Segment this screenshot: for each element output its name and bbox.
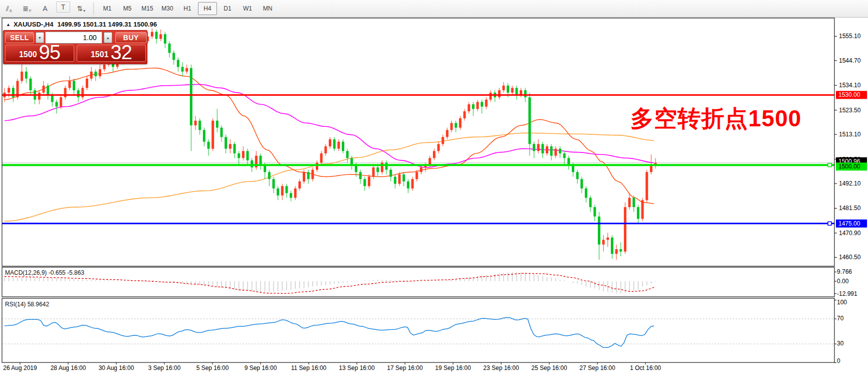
timeframe-d1[interactable]: D1 (218, 2, 237, 15)
timeframe-m1[interactable]: M1 (98, 2, 117, 15)
timeframe-mn[interactable]: MN (258, 2, 277, 15)
svg-text:30 Aug 16:00: 30 Aug 16:00 (99, 364, 134, 371)
svg-text:28 Aug 16:00: 28 Aug 16:00 (51, 364, 86, 371)
svg-text:19 Sep 16:00: 19 Sep 16:00 (435, 364, 471, 371)
object-tools: ⫽E≣FAT⇅▾ (0, 2, 90, 16)
ohlc-values: 1499.95 1501.31 1499.31 1500.96 (57, 21, 157, 28)
chart-annotation-text: 多空转折点1500 (630, 103, 801, 134)
timeframe-m15[interactable]: M15 (138, 2, 157, 15)
svg-text:1475.00: 1475.00 (838, 220, 860, 227)
svg-text:1513.10: 1513.10 (839, 131, 861, 138)
svg-text:-12.991: -12.991 (837, 290, 857, 297)
svg-text:1534.10: 1534.10 (839, 82, 861, 89)
equidistant-channel-icon[interactable]: ⫽E (1, 2, 18, 16)
rsi-label: RSI(14) 58.9642 (5, 301, 49, 308)
svg-text:5 Sep 16:00: 5 Sep 16:00 (196, 364, 229, 371)
bid-price-small: 1500 (19, 50, 37, 59)
svg-text:13 Sep 16:00: 13 Sep 16:00 (339, 364, 375, 371)
svg-text:1523.50: 1523.50 (839, 107, 861, 114)
svg-text:1492.10: 1492.10 (839, 180, 861, 187)
svg-text:9 Sep 16:00: 9 Sep 16:00 (245, 364, 277, 371)
timeframe-w1[interactable]: W1 (238, 2, 257, 15)
timeframe-m5[interactable]: M5 (118, 2, 137, 15)
svg-text:1500.00: 1500.00 (838, 163, 860, 170)
trade-prices-row: 1500 95 1501 32 (4, 44, 147, 63)
chevron-up-icon: ▲ (106, 36, 110, 40)
ask-price-big: 32 (111, 44, 132, 61)
svg-text:1555.10: 1555.10 (839, 33, 861, 40)
svg-text:0: 0 (837, 357, 840, 364)
svg-text:26 Aug 2019: 26 Aug 2019 (3, 364, 37, 371)
svg-text:3 Sep 16:00: 3 Sep 16:00 (148, 364, 181, 371)
chevron-down-icon: ▼ (38, 36, 42, 40)
svg-text:1544.70: 1544.70 (839, 57, 861, 64)
svg-text:0.00: 0.00 (837, 278, 849, 285)
symbol-title: XAUUSD-,H4 (14, 21, 53, 28)
macd-label: MACD(12,26,9) -0.655 -5.863 (5, 269, 84, 276)
sell-button[interactable]: SELL (5, 32, 34, 43)
svg-text:30: 30 (837, 340, 844, 347)
arrows-icon[interactable]: ⇅▾ (73, 2, 90, 16)
timeframe-h4[interactable]: H4 (198, 2, 217, 15)
svg-text:9.766: 9.766 (837, 268, 852, 275)
toolbar: ⫽E≣FAT⇅▾ M1M5M15M30H1H4D1W1MN (0, 0, 868, 18)
bid-price-big: 95 (39, 44, 61, 61)
toolbar-separator (93, 3, 94, 15)
text-icon[interactable]: A (37, 2, 54, 16)
svg-text:27 Sep 16:00: 27 Sep 16:00 (579, 364, 615, 371)
svg-text:1470.90: 1470.90 (839, 230, 861, 237)
svg-text:100: 100 (837, 299, 847, 306)
svg-text:23 Sep 16:00: 23 Sep 16:00 (483, 364, 519, 371)
svg-text:11 Sep 16:00: 11 Sep 16:00 (291, 364, 327, 371)
ask-price-small: 1501 (91, 50, 109, 59)
svg-text:1481.50: 1481.50 (839, 205, 861, 212)
one-click-trading-panel: SELL ▼ ▲ BUY 1500 95 1501 32 (3, 30, 147, 64)
svg-text:17 Sep 16:00: 17 Sep 16:00 (387, 364, 423, 371)
timeframe-h1[interactable]: H1 (178, 2, 197, 15)
timeframe-buttons: M1M5M15M30H1H4D1W1MN (97, 2, 278, 15)
svg-text:1460.50: 1460.50 (839, 254, 861, 261)
timeframe-m30[interactable]: M30 (158, 2, 177, 15)
fibonacci-icon[interactable]: ≣F (19, 2, 36, 16)
svg-text:25 Sep 16:00: 25 Sep 16:00 (531, 364, 567, 371)
svg-text:70: 70 (837, 315, 844, 322)
bid-price-box[interactable]: 1500 95 (5, 45, 74, 62)
svg-text:1530.00: 1530.00 (838, 91, 860, 98)
text-label-icon[interactable]: T (56, 2, 70, 13)
ask-price-box[interactable]: 1501 32 (77, 45, 146, 62)
chart-header: ▲XAUUSD-,H41499.95 1501.31 1499.31 1500.… (6, 21, 157, 28)
collapse-triangle-icon[interactable]: ▲ (6, 22, 11, 27)
svg-text:1 Oct 16:00: 1 Oct 16:00 (630, 364, 661, 371)
